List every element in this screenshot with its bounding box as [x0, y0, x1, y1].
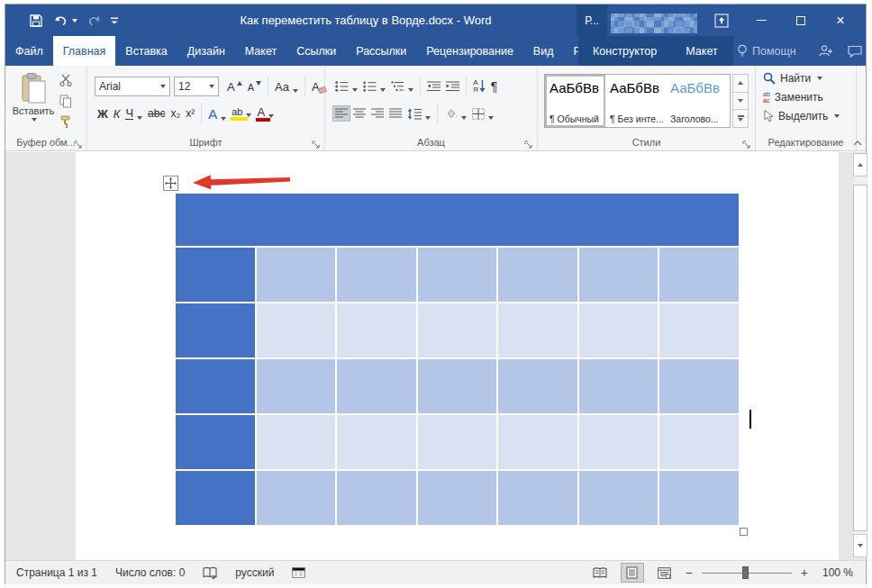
table-cell[interactable] — [659, 415, 739, 469]
table-cell[interactable] — [498, 471, 577, 525]
redo-button[interactable] — [85, 13, 103, 29]
strikethrough-button[interactable]: abc — [145, 106, 168, 121]
ribbon-display-options-button[interactable] — [702, 5, 741, 36]
save-button[interactable] — [27, 12, 45, 30]
minimize-button[interactable] — [741, 5, 781, 36]
macro-recording[interactable] — [292, 567, 305, 578]
styles-dialog-launcher[interactable] — [742, 138, 752, 148]
font-color-button[interactable]: А — [254, 104, 277, 122]
style-card-normal[interactable]: АаБбВв ¶ Обычный — [545, 75, 605, 127]
increase-indent-button[interactable] — [443, 79, 462, 94]
select-button[interactable]: Выделить — [763, 110, 840, 122]
scroll-down-button[interactable] — [853, 534, 867, 557]
copy-button[interactable] — [59, 94, 73, 108]
font-name-combobox[interactable]: Arial — [95, 77, 170, 96]
change-case-button[interactable]: Аа — [272, 79, 301, 95]
cut-button[interactable] — [59, 73, 73, 87]
table-cell[interactable] — [659, 471, 739, 525]
style-card-heading[interactable]: АаБбВв Заголово... — [666, 75, 726, 127]
paste-button[interactable]: Вставить — [13, 73, 54, 132]
table-rowheader-cell[interactable] — [176, 471, 255, 525]
table-cell[interactable] — [498, 248, 577, 302]
zoom-slider-thumb[interactable] — [742, 566, 749, 579]
tellme-button[interactable]: Помощн — [737, 36, 796, 66]
table-cell[interactable] — [659, 303, 739, 357]
font-dialog-launcher[interactable] — [312, 138, 322, 148]
tab-design[interactable]: Дизайн — [177, 36, 235, 66]
numbering-button[interactable] — [360, 79, 388, 94]
table-cell[interactable] — [257, 248, 336, 302]
bold-button[interactable]: Ж — [95, 106, 111, 122]
table-cell[interactable] — [418, 471, 497, 525]
justify-button[interactable] — [386, 105, 404, 122]
word-count[interactable]: Число слов: 0 — [115, 566, 185, 579]
borders-button[interactable] — [469, 106, 496, 122]
table-cell[interactable] — [418, 415, 497, 469]
decrease-indent-button[interactable] — [424, 79, 443, 94]
styles-gallery-more-button[interactable] — [732, 110, 749, 128]
table-move-handle[interactable] — [163, 176, 178, 191]
styles-scroll-up-button[interactable] — [732, 74, 749, 93]
table-cell[interactable] — [337, 359, 416, 413]
table-cell[interactable] — [579, 303, 659, 357]
tab-references[interactable]: Ссылки — [286, 36, 346, 66]
table-cell[interactable] — [418, 359, 497, 413]
table-rowheader-cell[interactable] — [176, 359, 255, 413]
tab-layout[interactable]: Макет — [235, 36, 286, 66]
align-left-button[interactable] — [332, 105, 350, 122]
share-button[interactable] — [818, 44, 833, 58]
shading-button[interactable] — [441, 106, 469, 122]
font-size-combobox[interactable]: 12 — [174, 77, 219, 96]
tab-mailings[interactable]: Рассылки — [346, 36, 416, 66]
tab-insert[interactable]: Вставка — [115, 36, 177, 66]
table-cell[interactable] — [337, 471, 416, 525]
table-cell[interactable] — [418, 248, 497, 302]
superscript-button[interactable]: х² — [183, 106, 197, 121]
highlight-color-button[interactable]: ab — [229, 105, 254, 122]
qat-customize-button[interactable] — [108, 14, 121, 27]
table-cell[interactable] — [659, 359, 739, 413]
print-layout-button[interactable] — [621, 563, 644, 583]
table-cell[interactable] — [579, 359, 659, 413]
language-indicator[interactable]: русский — [235, 566, 274, 579]
bullets-button[interactable] — [332, 79, 360, 94]
maximize-button[interactable] — [781, 5, 821, 36]
zoom-slider[interactable] — [702, 566, 792, 579]
undo-button[interactable] — [50, 13, 79, 29]
table-cell[interactable] — [498, 303, 577, 357]
zoom-in-button[interactable]: + — [801, 565, 808, 580]
multilevel-list-button[interactable] — [388, 79, 416, 94]
paragraph-dialog-launcher[interactable] — [524, 138, 534, 148]
tab-file[interactable]: Файл — [5, 36, 53, 66]
table-cell[interactable] — [257, 471, 336, 525]
style-card-no-spacing[interactable]: АаБбВв ¶ Без инте... — [605, 75, 666, 127]
shrink-font-button[interactable]: А — [245, 79, 264, 95]
grow-font-button[interactable]: А — [224, 79, 245, 95]
close-button[interactable]: × — [821, 5, 860, 36]
table-cell[interactable] — [337, 415, 416, 469]
align-right-button[interactable] — [368, 105, 386, 122]
collapse-ribbon-button[interactable] — [851, 135, 863, 147]
format-painter-button[interactable] — [59, 114, 73, 129]
tab-home[interactable]: Главная — [53, 36, 116, 66]
table-cell[interactable] — [579, 415, 659, 469]
table-cell[interactable] — [337, 303, 416, 357]
styles-scroll-down-button[interactable] — [732, 93, 749, 111]
table-cell[interactable] — [257, 415, 336, 469]
table-rowheader-cell[interactable] — [176, 248, 255, 302]
table-cell[interactable] — [257, 359, 336, 413]
table-cell[interactable] — [498, 359, 577, 413]
sort-button[interactable]: АЯ — [470, 77, 488, 95]
clear-formatting-button[interactable]: А — [309, 79, 322, 95]
table-cell[interactable] — [498, 415, 577, 469]
scrollbar-thumb[interactable] — [853, 185, 867, 531]
scroll-up-button[interactable] — [853, 153, 867, 176]
table-cell[interactable] — [337, 248, 416, 302]
tab-table-design[interactable]: Конструктор — [578, 36, 671, 66]
italic-button[interactable]: К — [111, 106, 123, 122]
tab-table-layout[interactable]: Макет — [671, 36, 731, 66]
underline-button[interactable]: Ч — [123, 105, 145, 122]
table-cell[interactable] — [659, 248, 739, 302]
table-rowheader-cell[interactable] — [176, 303, 255, 357]
text-effects-button[interactable]: А — [205, 105, 229, 122]
